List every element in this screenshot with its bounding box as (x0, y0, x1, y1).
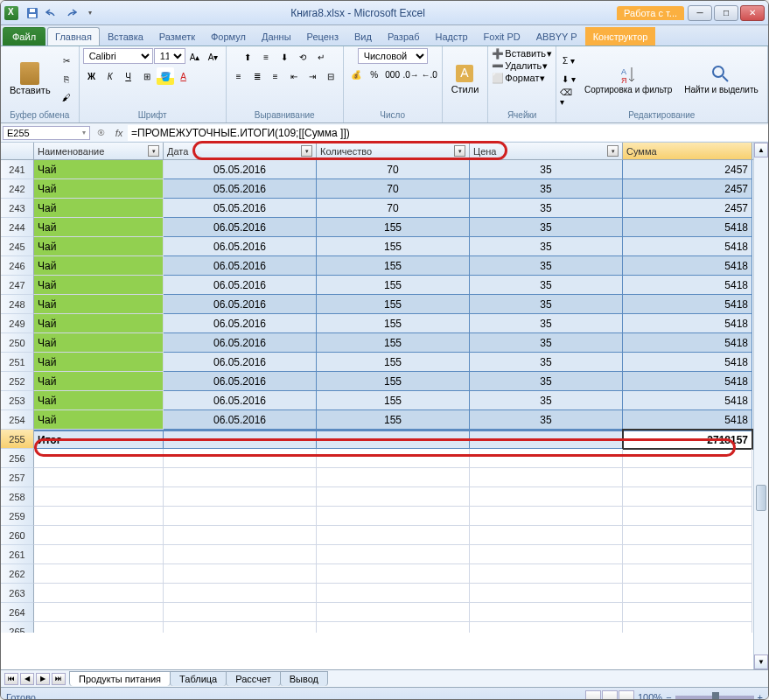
cell[interactable] (623, 507, 752, 526)
tab-insert[interactable]: Вставка (100, 27, 151, 46)
fill-color-button[interactable]: 🪣 (157, 67, 174, 85)
cell[interactable] (34, 449, 164, 468)
cell-sum[interactable]: 5418 (623, 295, 752, 314)
row-header[interactable]: 258 (1, 487, 34, 507)
bold-button[interactable]: Ж (83, 67, 101, 85)
align-right-button[interactable]: ≡ (267, 67, 284, 85)
tab-formulas[interactable]: Формул (203, 27, 254, 46)
cell[interactable] (623, 526, 752, 545)
cell[interactable] (317, 564, 470, 584)
cell-price[interactable]: 35 (470, 295, 623, 314)
cell-qty[interactable]: 155 (317, 237, 470, 256)
copy-button[interactable]: ⎘ (58, 70, 75, 88)
view-normal-button[interactable] (585, 690, 601, 701)
cell-price[interactable]: 35 (470, 218, 623, 237)
cell-sum[interactable]: 5418 (623, 372, 752, 391)
cell[interactable] (34, 564, 164, 584)
cell-qty[interactable]: 155 (317, 391, 470, 410)
row-header[interactable]: 245 (1, 237, 34, 256)
comma-button[interactable]: 000 (384, 66, 402, 83)
cell-price[interactable]: 35 (470, 199, 623, 218)
cell-qty[interactable]: 155 (317, 372, 470, 391)
align-top-button[interactable]: ⬆ (239, 48, 256, 66)
cell[interactable] (470, 603, 623, 622)
clear-button[interactable]: ⌫ ▾ (560, 88, 577, 106)
sheet-nav-next[interactable]: ▶ (36, 673, 50, 685)
cell-qty[interactable]: 155 (317, 276, 470, 295)
cell[interactable] (164, 468, 317, 487)
cell[interactable] (164, 584, 317, 603)
cell-name[interactable]: Чай (34, 237, 164, 256)
orientation-button[interactable]: ⟲ (294, 48, 311, 66)
cell-qty[interactable]: 155 (317, 353, 470, 372)
cell-sum[interactable]: 5418 (623, 391, 752, 410)
tab-review[interactable]: Реценз (299, 27, 346, 46)
vertical-scrollbar[interactable]: ▲ ▼ (753, 143, 768, 669)
zoom-slider[interactable] (675, 696, 754, 699)
font-name-select[interactable]: Calibri (83, 48, 153, 64)
select-all-corner[interactable] (1, 143, 34, 159)
cell-qty[interactable]: 155 (317, 333, 470, 353)
row-header[interactable]: 247 (1, 276, 34, 295)
cell[interactable] (623, 468, 752, 487)
cell[interactable] (164, 487, 317, 507)
row-header[interactable]: 262 (1, 564, 34, 584)
sheet-tab[interactable]: Таблица (170, 671, 227, 686)
cell-price[interactable]: 35 (470, 353, 623, 372)
cell-name[interactable]: Чай (34, 179, 164, 199)
decrease-decimal-button[interactable]: ←.0 (421, 66, 438, 83)
cell-name[interactable]: Чай (34, 333, 164, 353)
cell[interactable] (470, 449, 623, 468)
view-break-button[interactable] (619, 690, 634, 701)
underline-button[interactable]: Ч (120, 67, 137, 85)
cell[interactable] (164, 430, 317, 449)
cell[interactable] (34, 507, 164, 526)
row-header[interactable]: 261 (1, 545, 34, 564)
cell-name[interactable]: Чай (34, 314, 164, 333)
cell-date[interactable]: 05.05.2016 (164, 160, 317, 179)
cell[interactable] (164, 526, 317, 545)
tab-constructor[interactable]: Конструктор (585, 27, 656, 46)
cell-price[interactable]: 35 (470, 256, 623, 276)
row-header[interactable]: 264 (1, 603, 34, 622)
align-middle-button[interactable]: ≡ (257, 48, 275, 66)
align-bottom-button[interactable]: ⬇ (276, 48, 293, 66)
cell-date[interactable]: 06.05.2016 (164, 237, 317, 256)
increase-decimal-button[interactable]: .0→ (402, 66, 420, 83)
row-header[interactable]: 248 (1, 295, 34, 314)
cell[interactable] (34, 468, 164, 487)
cell[interactable] (470, 507, 623, 526)
row-header[interactable]: 246 (1, 256, 34, 276)
find-select-button[interactable]: Найти и выделить (679, 62, 763, 96)
cell-name[interactable]: Чай (34, 256, 164, 276)
cell-date[interactable]: 06.05.2016 (164, 295, 317, 314)
cell[interactable] (623, 603, 752, 622)
cell[interactable] (470, 622, 623, 633)
save-button[interactable] (24, 4, 41, 22)
cell[interactable] (470, 545, 623, 564)
sheet-nav-first[interactable]: ⏮ (4, 673, 18, 685)
cell-qty[interactable]: 155 (317, 218, 470, 237)
cell[interactable] (317, 526, 470, 545)
row-header[interactable]: 263 (1, 584, 34, 603)
row-header[interactable]: 250 (1, 333, 34, 353)
cell-sum[interactable]: 5418 (623, 256, 752, 276)
currency-button[interactable]: 💰 (347, 66, 365, 83)
cell-date[interactable]: 06.05.2016 (164, 218, 317, 237)
cell[interactable] (34, 545, 164, 564)
qat-customize[interactable]: ▾ (81, 4, 99, 22)
cell-qty[interactable]: 155 (317, 410, 470, 430)
increase-font-button[interactable]: A▴ (186, 48, 204, 66)
cell-price[interactable]: 35 (470, 391, 623, 410)
cell[interactable] (623, 545, 752, 564)
cell-date[interactable]: 06.05.2016 (164, 391, 317, 410)
cell-name[interactable]: Чай (34, 276, 164, 295)
decrease-indent-button[interactable]: ⇤ (285, 67, 303, 85)
cell-sum[interactable]: 5418 (623, 333, 752, 353)
filter-icon[interactable]: ▾ (301, 145, 312, 157)
sheet-nav-prev[interactable]: ◀ (20, 673, 34, 685)
redo-button[interactable] (62, 4, 80, 22)
filter-icon[interactable]: ▾ (454, 145, 465, 157)
row-header[interactable]: 265 (1, 622, 34, 633)
cell-qty[interactable]: 70 (317, 199, 470, 218)
